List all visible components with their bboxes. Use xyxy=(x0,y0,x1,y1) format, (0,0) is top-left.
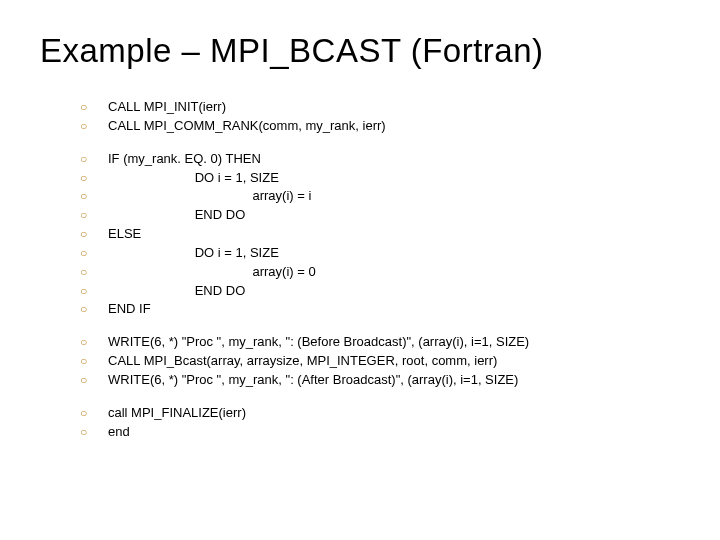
code-text: IF (my_rank. EQ. 0) THEN xyxy=(108,150,261,169)
code-text: END DO xyxy=(108,206,245,225)
circle-bullet-icon: ○ xyxy=(80,187,108,206)
circle-bullet-icon: ○ xyxy=(80,371,108,390)
code-line: ○ DO i = 1, SIZE xyxy=(80,244,680,263)
circle-bullet-icon: ○ xyxy=(80,244,108,263)
circle-bullet-icon: ○ xyxy=(80,150,108,169)
circle-bullet-icon: ○ xyxy=(80,333,108,352)
code-text: end xyxy=(108,423,130,442)
circle-bullet-icon: ○ xyxy=(80,282,108,301)
code-line: ○ DO i = 1, SIZE xyxy=(80,169,680,188)
slide-title: Example – MPI_BCAST (Fortran) xyxy=(40,32,680,70)
code-line: ○CALL MPI_INIT(ierr) xyxy=(80,98,680,117)
code-line: ○ END DO xyxy=(80,206,680,225)
code-text: CALL MPI_INIT(ierr) xyxy=(108,98,226,117)
circle-bullet-icon: ○ xyxy=(80,225,108,244)
code-line: ○CALL MPI_COMM_RANK(comm, my_rank, ierr) xyxy=(80,117,680,136)
paragraph-gap xyxy=(80,390,680,404)
code-text: array(i) = i xyxy=(108,187,311,206)
code-line: ○CALL MPI_Bcast(array, arraysize, MPI_IN… xyxy=(80,352,680,371)
code-text: END IF xyxy=(108,300,151,319)
circle-bullet-icon: ○ xyxy=(80,98,108,117)
code-line: ○WRITE(6, *) "Proc ", my_rank, ": (Befor… xyxy=(80,333,680,352)
code-line: ○call MPI_FINALIZE(ierr) xyxy=(80,404,680,423)
circle-bullet-icon: ○ xyxy=(80,404,108,423)
code-line: ○ELSE xyxy=(80,225,680,244)
code-text: END DO xyxy=(108,282,245,301)
circle-bullet-icon: ○ xyxy=(80,206,108,225)
circle-bullet-icon: ○ xyxy=(80,169,108,188)
code-text: DO i = 1, SIZE xyxy=(108,244,279,263)
code-text: ELSE xyxy=(108,225,141,244)
circle-bullet-icon: ○ xyxy=(80,263,108,282)
code-text: CALL MPI_COMM_RANK(comm, my_rank, ierr) xyxy=(108,117,386,136)
circle-bullet-icon: ○ xyxy=(80,300,108,319)
circle-bullet-icon: ○ xyxy=(80,117,108,136)
code-line: ○WRITE(6, *) "Proc ", my_rank, ": (After… xyxy=(80,371,680,390)
slide-body: ○CALL MPI_INIT(ierr)○CALL MPI_COMM_RANK(… xyxy=(80,98,680,442)
code-text: DO i = 1, SIZE xyxy=(108,169,279,188)
code-line: ○ array(i) = i xyxy=(80,187,680,206)
circle-bullet-icon: ○ xyxy=(80,423,108,442)
code-line: ○IF (my_rank. EQ. 0) THEN xyxy=(80,150,680,169)
code-text: WRITE(6, *) "Proc ", my_rank, ": (Before… xyxy=(108,333,529,352)
slide: Example – MPI_BCAST (Fortran) ○CALL MPI_… xyxy=(0,0,720,540)
code-text: WRITE(6, *) "Proc ", my_rank, ": (After … xyxy=(108,371,518,390)
code-line: ○ array(i) = 0 xyxy=(80,263,680,282)
code-line: ○end xyxy=(80,423,680,442)
paragraph-gap xyxy=(80,319,680,333)
code-line: ○ END DO xyxy=(80,282,680,301)
code-line: ○END IF xyxy=(80,300,680,319)
paragraph-gap xyxy=(80,136,680,150)
code-text: call MPI_FINALIZE(ierr) xyxy=(108,404,246,423)
code-text: CALL MPI_Bcast(array, arraysize, MPI_INT… xyxy=(108,352,497,371)
code-text: array(i) = 0 xyxy=(108,263,316,282)
circle-bullet-icon: ○ xyxy=(80,352,108,371)
